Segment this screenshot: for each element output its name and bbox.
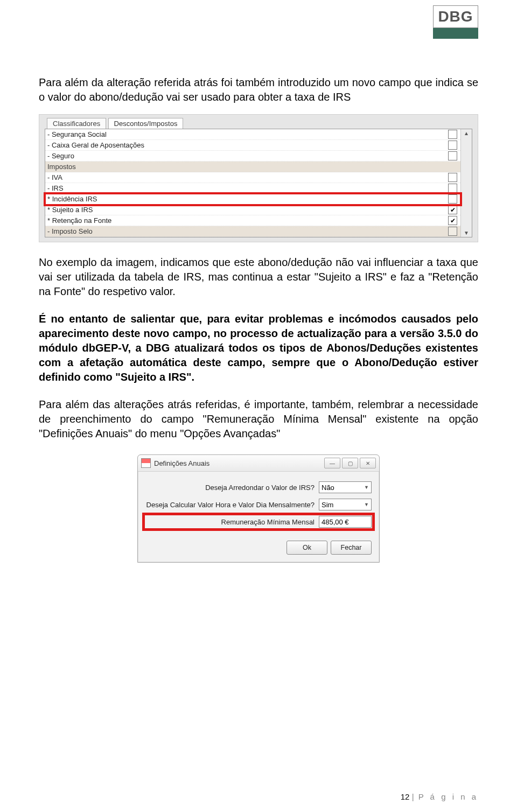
window-titlebar[interactable]: Definições Anuais — ▢ ✕ (138, 455, 379, 472)
checkbox[interactable] (448, 227, 457, 236)
grid-row-incidencia-irs[interactable]: * Incidência IRS (45, 194, 460, 205)
input-value: 485,00 € (322, 518, 349, 526)
field-remuneracao-minima: Remuneração Mínima Mensal 485,00 € (145, 516, 372, 528)
window-title: Definições Anuais (154, 459, 324, 467)
scroll-up-icon[interactable]: ▲ (464, 130, 469, 136)
dropdown-arredondar[interactable]: Não ▼ (319, 481, 372, 493)
checkbox[interactable] (448, 130, 457, 139)
grid-row-label: - Caixa Geral de Aposentações (47, 141, 144, 149)
page-label: P á g i n a (418, 792, 478, 801)
grid-row-label: * Retenção na Fonte (47, 216, 111, 225)
scroll-down-icon[interactable]: ▼ (464, 230, 469, 236)
chevron-down-icon: ▼ (364, 502, 369, 507)
grid-row[interactable]: - IVA (45, 172, 460, 183)
checkbox[interactable] (448, 151, 457, 160)
grid-row-label: * Incidência IRS (47, 195, 97, 203)
brand-logo-bar (433, 28, 478, 39)
grid-descontos: - Segurança Social - Caixa Geral de Apos… (45, 129, 460, 237)
paragraph-intro: Para além da alteração referida atrás fo… (39, 75, 478, 104)
paragraph-exemplo: No exemplo da imagem, indicamos que este… (39, 255, 478, 299)
field-arredondar-irs: Deseja Arredondar o Valor de IRS? Não ▼ (145, 481, 372, 493)
grid-row[interactable]: * Sujeito a IRS ✔ (45, 205, 460, 215)
grid-row-label: - Seguro (47, 152, 74, 160)
grid-row[interactable]: - IRS (45, 183, 460, 194)
checkbox[interactable] (448, 173, 457, 182)
checkbox-checked[interactable]: ✔ (448, 216, 457, 225)
grid-row-label: - IVA (47, 173, 62, 181)
paragraph-relembrar: Para além das alterações atrás referidas… (39, 397, 478, 441)
field-label: Deseja Arredondar o Valor de IRS? (205, 484, 315, 492)
checkbox[interactable] (448, 194, 457, 204)
paragraph-salientar: É no entanto de salientar que, para evit… (39, 312, 478, 384)
field-label: Remuneração Mínima Mensal (221, 518, 315, 526)
grid-row[interactable]: - Caixa Geral de Aposentações (45, 140, 460, 151)
field-label: Deseja Calcular Valor Hora e Valor Dia M… (146, 501, 315, 509)
brand-logo-text: DBG (433, 5, 478, 28)
screenshot-definicoes-anuais: Definições Anuais — ▢ ✕ Deseja Arredonda… (137, 454, 380, 563)
dropdown-valor-hora[interactable]: Sim ▼ (319, 499, 372, 510)
checkbox[interactable] (448, 184, 457, 193)
screenshot-descontos-impostos: Classificadores Descontos/Impostos - Seg… (39, 114, 478, 242)
grid-row[interactable]: - Imposto Selo (45, 226, 460, 237)
grid-row[interactable]: - Segurança Social (45, 129, 460, 140)
tab-descontos-impostos[interactable]: Descontos/Impostos (108, 118, 184, 129)
field-valor-hora-dia: Deseja Calcular Valor Hora e Valor Dia M… (145, 499, 372, 510)
dropdown-value: Sim (322, 501, 333, 509)
ok-button[interactable]: Ok (287, 541, 327, 555)
grid-row-label: - Imposto Selo (47, 227, 93, 235)
tab-classificadores[interactable]: Classificadores (47, 118, 106, 129)
minimize-icon[interactable]: — (324, 458, 340, 468)
fechar-button[interactable]: Fechar (331, 541, 372, 555)
grid-row-label: Impostos (47, 163, 76, 171)
grid-row[interactable]: * Retenção na Fonte ✔ (45, 215, 460, 226)
close-icon[interactable]: ✕ (360, 458, 376, 468)
dropdown-value: Não (322, 484, 334, 492)
checkbox[interactable] (448, 141, 457, 150)
page-number: 12 (401, 792, 410, 801)
grid-row-group: Impostos (45, 162, 460, 172)
grid-row[interactable]: - Seguro (45, 151, 460, 162)
checkbox-checked[interactable]: ✔ (448, 205, 457, 214)
chevron-down-icon: ▼ (364, 485, 369, 490)
input-remuneracao-minima[interactable]: 485,00 € (319, 516, 372, 528)
grid-row-label: * Sujeito a IRS (47, 206, 93, 214)
page-footer: 12 | P á g i n a (401, 792, 478, 801)
app-icon (141, 458, 151, 468)
maximize-icon[interactable]: ▢ (342, 458, 358, 468)
scrollbar[interactable]: ▲ ▼ (460, 129, 472, 237)
brand-logo: DBG (433, 5, 478, 39)
grid-row-label: - Segurança Social (47, 130, 107, 138)
grid-row-label: - IRS (47, 184, 64, 192)
